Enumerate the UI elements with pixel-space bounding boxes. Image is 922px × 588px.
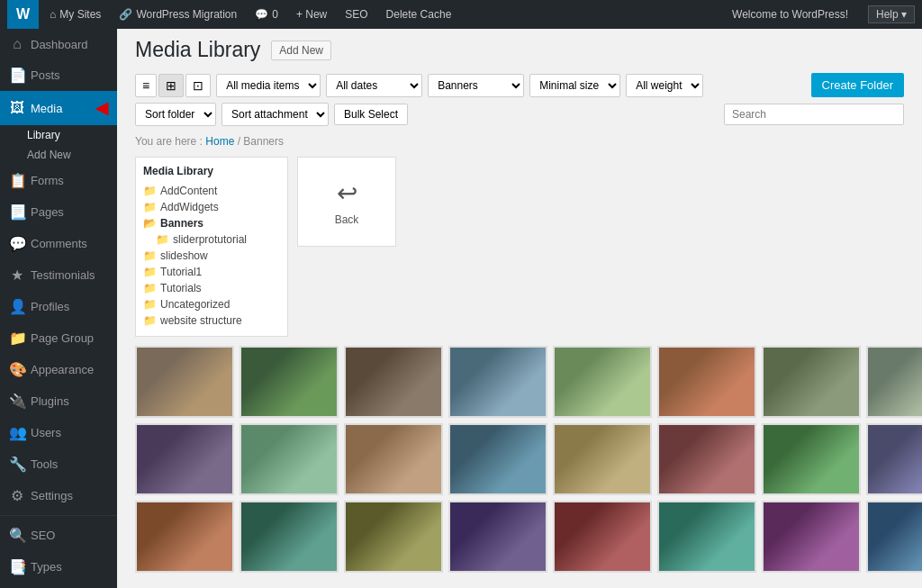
media-thumb[interactable] [866,501,922,573]
dashboard-icon: ⌂ [9,36,25,52]
media-thumb[interactable] [866,423,922,495]
breadcrumb-home[interactable]: Home [205,135,234,148]
migration-link[interactable]: 🔗 WordPress Migration [112,0,244,29]
sort-attachment-select[interactable]: Sort attachment [221,103,329,126]
folder-item-slideshow[interactable]: 📁 slideshow [143,248,280,264]
pages-icon: 📃 [9,204,25,221]
media-items-select[interactable]: All media items Images Audio Video [216,74,321,97]
folder-item-uncategorized[interactable]: 📁 Uncategorized [143,296,280,312]
sidebar-item-posts[interactable]: 📄 Posts [0,59,117,91]
folder-item-website-structure[interactable]: 📁 website structure [143,312,280,329]
folder-item-add-widgets[interactable]: 📁 AddWidgets [143,199,280,215]
folder-label-add-content: AddContent [160,185,217,197]
sidebar-item-tools[interactable]: 🔧 Tools [0,448,117,480]
back-button-panel[interactable]: ↩ Back [297,157,396,247]
media-thumb[interactable] [344,346,443,418]
seo-sidebar-icon: 🔍 [9,527,25,544]
back-arrow-icon: ↩ [337,178,357,208]
folder-label-slider: sliderprotutorial [173,233,247,246]
media-thumb[interactable] [657,346,756,418]
media-thumb[interactable] [657,501,756,573]
folder-item-tutorial1[interactable]: 📁 Tutorial1 [143,264,280,280]
folder-icon-tutorials: 📁 [143,282,157,294]
sidebar-item-types[interactable]: 📑 Types [0,551,117,583]
media-thumb[interactable] [135,346,234,418]
media-thumb[interactable] [240,501,339,573]
sidebar-item-testimonials[interactable]: ★ Testimonials [0,259,117,291]
view-list-button[interactable]: ≡ [135,74,157,97]
media-row-2 [135,423,904,495]
sidebar-item-dashboard[interactable]: ⌂ Dashboard [0,29,117,59]
toolbar-row2: Sort folder Sort attachment Bulk Select [135,103,904,126]
sidebar-item-page-group[interactable]: 📁 Page Group [0,322,117,354]
forms-icon: 📋 [9,172,25,189]
sidebar-label-settings: Settings [31,489,73,502]
media-thumb[interactable] [762,346,861,418]
folder-item-sliderprotutorial[interactable]: 📁 sliderprotutorial [143,231,280,248]
media-thumb[interactable] [448,501,547,573]
media-thumb[interactable] [553,346,652,418]
sidebar-label-plugins: Plugins [31,394,69,408]
active-indicator: ◀ [95,98,108,118]
sidebar-item-settings[interactable]: ⚙ Settings [0,480,117,511]
view-tile-button[interactable]: ⊡ [185,74,211,97]
delete-cache-link[interactable]: Delete Cache [379,0,459,29]
new-label: + New [296,8,327,21]
media-thumb[interactable] [448,423,547,495]
help-button[interactable]: Help ▾ [868,5,915,23]
sidebar-item-plugins[interactable]: 🔌 Plugins [0,385,117,417]
size-select[interactable]: Minimal size All sizes [529,74,620,97]
folder-item-add-content[interactable]: 📁 AddContent [143,183,280,199]
sidebar-item-pages[interactable]: 📃 Pages [0,196,117,228]
sidebar-item-users[interactable]: 👥 Users [0,417,117,448]
folder-item-banners[interactable]: 📂 Banners [143,215,280,231]
media-thumb[interactable] [448,346,547,418]
folder-label-banners: Banners [160,217,203,230]
media-thumb[interactable] [762,501,861,573]
media-thumb[interactable] [866,346,922,418]
wp-logo[interactable]: W [7,0,39,29]
media-thumb[interactable] [553,423,652,495]
new-link[interactable]: + New [289,0,334,29]
media-thumb[interactable] [240,346,339,418]
folder-tree: Media Library 📁 AddContent 📁 AddWidgets … [135,157,288,337]
media-thumb[interactable] [553,501,652,573]
media-thumb[interactable] [344,501,443,573]
sidebar-label-appearance: Appearance [31,363,94,376]
types-icon: 📑 [9,558,25,575]
seo-link[interactable]: SEO [338,0,375,29]
sidebar-sub-add-new[interactable]: Add New [0,145,117,165]
my-sites-link[interactable]: ⌂ My Sites [42,0,108,29]
sidebar-item-meta-slider[interactable]: ▶ Meta Slider Pro [0,583,117,588]
sidebar-item-comments[interactable]: 💬 Comments [0,228,117,259]
back-label: Back [335,213,359,226]
dates-select[interactable]: All dates January 2016 [326,74,422,97]
folder-icon-slideshow: 📁 [143,249,157,262]
sidebar-item-appearance[interactable]: 🎨 Appearance [0,354,117,385]
media-thumb[interactable] [657,423,756,495]
sidebar-sub-library[interactable]: Library [0,125,117,145]
sidebar-item-forms[interactable]: 📋 Forms [0,165,117,196]
weight-select[interactable]: All weight [626,74,703,97]
sidebar-item-media[interactable]: 🖼 Media ◀ [0,91,117,125]
sort-folder-select[interactable]: Sort folder [135,103,216,126]
folder-item-tutorials[interactable]: 📁 Tutorials [143,280,280,296]
create-folder-button[interactable]: Create Folder [811,73,904,97]
comments-link[interactable]: 💬 0 [248,0,285,29]
media-thumb[interactable] [135,501,234,573]
media-thumb[interactable] [762,423,861,495]
search-input[interactable] [724,104,904,125]
testimonials-icon: ★ [9,267,25,284]
appearance-icon: 🎨 [9,361,25,378]
view-grid-button[interactable]: ⊞ [158,74,184,97]
media-thumb[interactable] [135,423,234,495]
media-thumb[interactable] [240,423,339,495]
sidebar-item-profiles[interactable]: 👤 Profiles [0,291,117,322]
sidebar-item-seo[interactable]: 🔍 SEO [0,520,117,551]
bulk-select-button[interactable]: Bulk Select [334,104,408,125]
category-select[interactable]: Banners All categories [428,74,524,97]
settings-icon: ⚙ [9,487,25,504]
page-group-icon: 📁 [9,330,25,347]
media-thumb[interactable] [344,423,443,495]
add-new-button[interactable]: Add New [271,41,331,60]
